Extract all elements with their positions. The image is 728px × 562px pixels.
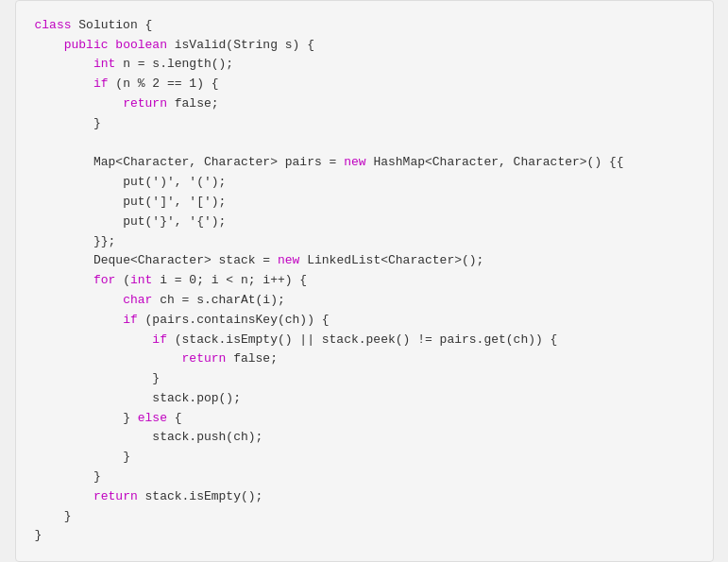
- code-line: if (pairs.containsKey(ch)) {: [35, 311, 694, 331]
- plain-token: }: [35, 528, 42, 542]
- keyword-token: if: [93, 77, 109, 91]
- code-line: put(']', '[');: [35, 193, 694, 213]
- plain-token: }: [123, 450, 130, 464]
- keyword-token: new: [278, 253, 299, 267]
- keyword-token: class: [35, 18, 79, 32]
- plain-token: (: [115, 273, 130, 287]
- plain-token: put('}', '{');: [123, 214, 226, 229]
- plain-token: n = s.length();: [115, 57, 233, 71]
- plain-token: }: [152, 371, 160, 385]
- plain-token: (n % 2 == 1) {: [109, 77, 219, 91]
- code-line: }: [35, 507, 694, 527]
- plain-token: put(')', '(');: [123, 175, 226, 189]
- plain-token: ch = s.charAt(i);: [152, 293, 284, 307]
- plain-token: HashMap<Character, Character>() {{: [366, 155, 624, 169]
- code-line: if (stack.isEmpty() || stack.peek() != p…: [35, 331, 694, 350]
- code-line: stack.pop();: [35, 389, 694, 409]
- code-content: class Solution { public boolean isValid(…: [35, 16, 694, 547]
- code-line: if (n % 2 == 1) {: [35, 75, 694, 94]
- keyword-token: boolean: [115, 38, 174, 52]
- code-line: stack.push(ch);: [35, 428, 694, 448]
- keyword-token: char: [123, 293, 152, 307]
- code-line: return false;: [35, 349, 694, 369]
- plain-token: stack.pop();: [152, 391, 241, 405]
- plain-token: }: [123, 411, 138, 425]
- plain-token: {: [167, 411, 182, 425]
- plain-token: }: [93, 116, 101, 130]
- code-line: }: [35, 526, 694, 546]
- plain-token: false;: [226, 351, 278, 366]
- code-line: Map<Character, Character> pairs = new Ha…: [35, 153, 694, 173]
- keyword-token: return: [123, 96, 167, 111]
- plain-token: Deque<Character> stack =: [93, 253, 278, 267]
- plain-token: (stack.isEmpty() || stack.peek() != pair…: [167, 332, 557, 347]
- code-line: } else {: [35, 409, 694, 429]
- code-editor: class Solution { public boolean isValid(…: [15, 0, 714, 562]
- plain-token: (pairs.containsKey(ch)) {: [138, 313, 330, 327]
- keyword-token: if: [152, 332, 167, 347]
- keyword-token: int: [130, 273, 152, 287]
- plain-token: false;: [167, 96, 219, 111]
- keyword-token: int: [93, 57, 115, 71]
- code-line: Deque<Character> stack = new LinkedList<…: [35, 251, 694, 271]
- keyword-token: for: [93, 273, 115, 287]
- plain-token: }: [93, 469, 101, 484]
- code-line: }: [35, 448, 694, 468]
- plain-token: isValid(String s) {: [175, 38, 314, 52]
- keyword-token: return: [182, 351, 227, 366]
- plain-token: Map<Character, Character> pairs =: [93, 155, 344, 169]
- code-line: put('}', '{');: [35, 213, 694, 232]
- code-line: }: [35, 369, 694, 389]
- code-line: }: [35, 114, 694, 134]
- code-line: return stack.isEmpty();: [35, 487, 694, 507]
- code-line: put(')', '(');: [35, 173, 694, 193]
- code-line: return false;: [35, 94, 694, 114]
- plain-token: stack.isEmpty();: [138, 489, 263, 503]
- plain-token: }: [64, 509, 72, 523]
- code-line: char ch = s.charAt(i);: [35, 291, 694, 311]
- plain-token: }};: [93, 234, 115, 248]
- plain-token: LinkedList<Character>();: [299, 253, 483, 267]
- keyword-token: new: [344, 155, 365, 169]
- code-line: }: [35, 468, 694, 487]
- plain-token: stack.push(ch);: [152, 430, 262, 444]
- plain-token: i = 0; i < n; i++) {: [152, 273, 307, 287]
- keyword-token: if: [123, 313, 138, 327]
- keyword-token: return: [93, 489, 138, 503]
- keyword-token: public: [64, 38, 116, 52]
- code-line: int n = s.length();: [35, 55, 694, 75]
- code-line: for (int i = 0; i < n; i++) {: [35, 271, 694, 291]
- code-line: class Solution {: [35, 16, 694, 36]
- code-line: public boolean isValid(String s) {: [35, 36, 694, 56]
- code-line: }};: [35, 232, 694, 252]
- keyword-token: else: [138, 411, 167, 425]
- plain-token: Solution {: [78, 18, 152, 32]
- plain-token: put(']', '[');: [123, 195, 226, 209]
- code-line: [35, 134, 694, 154]
